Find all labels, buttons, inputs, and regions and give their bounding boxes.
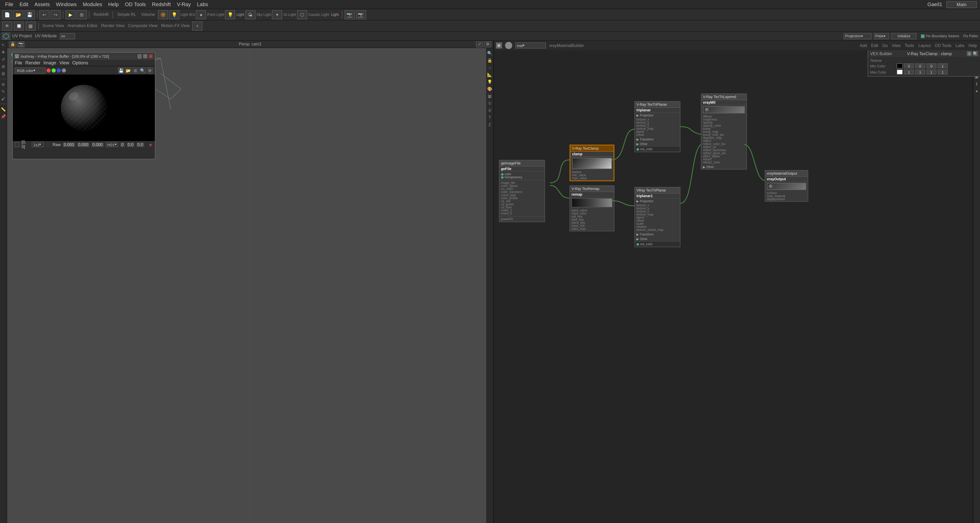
fix-poles-check[interactable]: Fix Poles (963, 34, 978, 38)
paint-icon[interactable]: 🖌 (0, 95, 6, 101)
max-val-1[interactable]: 1 (915, 70, 925, 74)
node-tools[interactable]: Tools (904, 43, 915, 48)
light-point-btn[interactable]: ● (196, 10, 206, 19)
max-color-swatch[interactable] (897, 70, 903, 74)
render-region-btn[interactable]: ⊞ (77, 10, 87, 19)
mat-dropdown[interactable]: mat ▾ (515, 43, 546, 49)
node-remap[interactable]: V-Ray TexRemap remap input_value input_c… (570, 185, 614, 231)
vfb-maximize[interactable]: □ (143, 54, 147, 58)
node-icon-dot[interactable]: ● (974, 88, 980, 94)
uv-attr-btn[interactable]: UV Attribute (35, 34, 56, 38)
vfb-region-btn[interactable]: ⊞ (132, 67, 138, 74)
vfb-menu-render[interactable]: Render (25, 60, 40, 65)
add-view-btn[interactable]: + (192, 21, 202, 30)
node-triplanar1[interactable]: VRay TexTriPlanar triplanar1 ▶ Projectio… (635, 187, 681, 247)
initialize-btn[interactable]: Initialize (891, 33, 916, 39)
color-btn-green[interactable] (52, 68, 56, 73)
max-val-0[interactable]: 1 (904, 70, 914, 74)
sky-light-btn[interactable]: 🌤 (245, 10, 255, 19)
vfb-zoom-btn[interactable]: 🔍 (140, 67, 146, 74)
node-help[interactable]: Help (967, 43, 978, 48)
anim-editor-label[interactable]: Animation Editor (67, 24, 99, 28)
uv-attr-input[interactable]: uv (60, 33, 75, 39)
vfb-vray-icon[interactable]: ★ (148, 142, 153, 147)
vfb-minimize[interactable]: _ (137, 54, 142, 58)
new-btn[interactable]: 📄 (2, 10, 12, 19)
vp-right-grid[interactable]: ▦ (487, 93, 493, 99)
node-view[interactable]: View (891, 43, 902, 48)
view-btn[interactable]: 👁 (2, 21, 12, 30)
snap-geo-icon[interactable]: 📌 (0, 113, 6, 119)
redo-btn[interactable]: ↪ (51, 10, 61, 19)
scale-icon[interactable]: ⊞ (0, 63, 6, 70)
node-triplanar[interactable]: V-Ray TexTriPlanar triplanar ▶ Projectio… (635, 101, 681, 152)
node-icon-info[interactable]: ℹ (974, 81, 980, 87)
rotate-icon[interactable]: ↺ (0, 56, 6, 62)
polar-dropdown[interactable]: Polar ▾ (873, 33, 889, 39)
menu-file[interactable]: File (2, 2, 16, 7)
handle-icon[interactable]: ⊛ (0, 81, 6, 87)
fix-boundary-check[interactable]: Fix Boundary Seams (921, 34, 959, 38)
vfb-load-btn[interactable]: 📂 (125, 67, 131, 74)
light-btn[interactable]: 💡 (225, 10, 235, 19)
vfb-close[interactable]: × (149, 54, 153, 58)
move-icon[interactable]: ✥ (0, 49, 6, 55)
vp-right-light[interactable]: 💡 (487, 79, 493, 85)
menu-windows[interactable]: Windows (53, 2, 80, 7)
tab-main[interactable]: Main (946, 1, 977, 8)
menu-vray[interactable]: V-Ray (174, 2, 194, 7)
color-btn-red[interactable] (46, 68, 51, 73)
node-editor-btn[interactable] (505, 42, 512, 49)
grid-btn[interactable]: ▦ (25, 21, 36, 30)
menu-redshift[interactable]: Redshift (149, 2, 174, 7)
vp-right-2[interactable]: ② (487, 107, 493, 113)
vfb-settings-btn[interactable]: ⚙ (147, 67, 153, 74)
menu-odtools[interactable]: OD Tools (122, 2, 149, 7)
viewport-cam-btn[interactable]: 📷 (18, 41, 25, 47)
channel-select[interactable]: RGB color ▾ (15, 67, 46, 74)
hsv-select[interactable]: HSV▾ (106, 142, 118, 147)
min-val-3[interactable]: 1 (937, 63, 948, 68)
menu-help[interactable]: Help (105, 2, 122, 7)
menu-modules[interactable]: Modules (80, 2, 105, 7)
gi-light-btn[interactable]: ✦ (272, 10, 282, 19)
node-go[interactable]: Go (881, 43, 889, 48)
max-val-2[interactable]: 1 (926, 70, 937, 74)
camera-btn[interactable]: 📷 (344, 10, 355, 19)
vp-settings-btn[interactable]: ⚙ (484, 41, 491, 47)
transform-icon[interactable]: ⊠ (0, 70, 6, 77)
save-btn[interactable]: 💾 (25, 10, 35, 19)
vp-right-z[interactable]: Z (487, 122, 493, 128)
min-val-2[interactable]: 0 (926, 63, 937, 68)
persp-label[interactable]: Persp (239, 42, 250, 46)
vfb-window[interactable]: V /out/vray - V-Ray Frame Buffer - [100.… (12, 52, 156, 159)
motion-fx-label[interactable]: Motion FX View (160, 24, 191, 28)
node-gefile[interactable]: geImageFile geFile color transparency im… (499, 160, 545, 222)
render-btn[interactable]: ▶ (65, 10, 76, 19)
vfb-size-select[interactable]: 1x1▾ (32, 142, 44, 147)
uv-project-btn[interactable]: UV Project (12, 34, 32, 38)
vfb-menu-image[interactable]: Image (43, 60, 56, 65)
vex-settings-btn[interactable]: ⚙ (967, 51, 972, 56)
vp-right-1[interactable]: ① (487, 100, 493, 106)
vp-right-home[interactable]: ⌂ (487, 64, 493, 70)
color-btn-blue[interactable] (57, 68, 61, 73)
vol-light-btn[interactable]: 🔆 (158, 10, 168, 19)
vex-search-btn[interactable]: 🔍 (973, 51, 978, 56)
vfb-save-btn[interactable]: 💾 (118, 67, 124, 74)
vfb-menu-file[interactable]: File (15, 60, 22, 65)
node-add[interactable]: Add (859, 43, 868, 48)
select-icon[interactable]: ↖ (0, 42, 6, 48)
menu-labs[interactable]: Labs (194, 2, 211, 7)
min-val-0[interactable]: 0 (904, 63, 914, 68)
vp-right-lock[interactable]: 🔒 (487, 57, 493, 63)
vp-expand-btn[interactable]: ⤢ (476, 41, 483, 47)
color-btn-alpha[interactable] (62, 68, 66, 73)
caustic-light-btn[interactable]: ⬡ (297, 10, 307, 19)
vp-right-material[interactable]: 🎨 (487, 86, 493, 92)
vp-right-zoom[interactable]: 🔍 (487, 50, 493, 56)
measure-icon[interactable]: 📏 (0, 106, 6, 113)
camera2-btn[interactable]: 📷 (356, 10, 366, 19)
open-btn[interactable]: 📂 (13, 10, 24, 19)
vfb-menu-options[interactable]: Options (72, 60, 88, 65)
